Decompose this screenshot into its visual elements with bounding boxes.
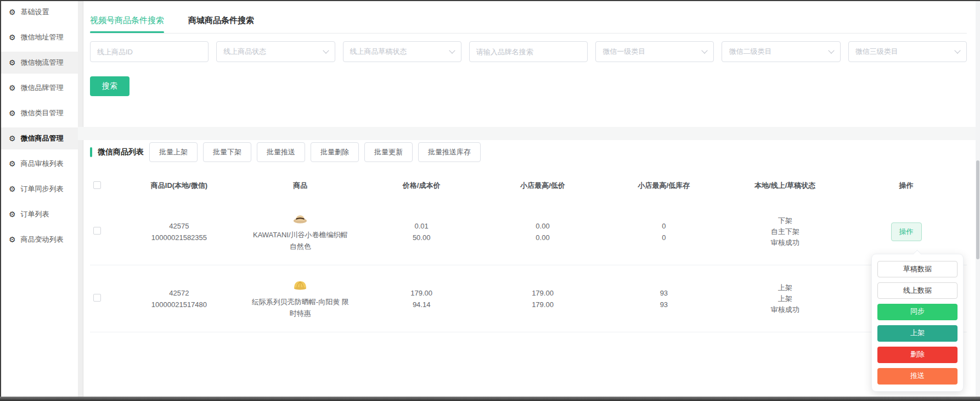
product-name-line2: 时特惠: [240, 308, 361, 319]
wechat-category2-select[interactable]: 微信二级类目: [722, 41, 840, 62]
sidebar-item-wechat-logistics[interactable]: ⚙ 微信物流管理: [1, 52, 78, 74]
sidebar-item-product-review-list[interactable]: ⚙ 商品审核列表: [1, 153, 78, 175]
cell-shop-high-low-stock: 0 0: [603, 220, 724, 243]
sidebar-item-label: 订单列表: [21, 209, 49, 219]
online-product-id-input[interactable]: [90, 41, 209, 62]
gear-icon: ⚙: [9, 185, 16, 193]
shop-high-price: 179.00: [482, 287, 604, 299]
row-checkbox[interactable]: [93, 294, 101, 302]
online-data-button[interactable]: 线上数据: [877, 282, 958, 299]
taskbar-edge: [0, 397, 980, 401]
sidebar-item-label: 微信类目管理: [21, 108, 64, 118]
sidebar-item-label: 微信物流管理: [21, 58, 64, 68]
sidebar-item-label: 商品变动列表: [21, 235, 64, 244]
shop-low-price: 0.00: [482, 232, 604, 243]
chevron-down-icon: [702, 47, 708, 53]
batch-push-stock-button[interactable]: 批量推送库存: [418, 142, 481, 162]
wechat-category3-select[interactable]: 微信三级类目: [848, 41, 967, 62]
action-menu-popup: 草稿数据 线上数据 同步 上架 删除 推送: [871, 254, 964, 392]
product-table: 商品ID(本地/微信) 商品 价格/成本价 小店最高/低价 小店最高/低库存 本…: [90, 173, 967, 332]
sidebar-item-label: 订单同步列表: [21, 184, 64, 194]
cell-shop-high-low-stock: 93 93: [603, 287, 724, 310]
vertical-scrollbar-thumb[interactable]: [976, 160, 979, 259]
price: 0.01: [361, 220, 482, 232]
sync-button[interactable]: 同步: [877, 304, 958, 320]
product-image: [292, 279, 308, 291]
online-product-status-select[interactable]: 线上商品状态: [216, 41, 335, 62]
product-image: [292, 211, 308, 225]
main-content: 视频号商品条件搜索 商城商品条件搜索 线上商品状态 线上商品草稿状态 微信一级类…: [83, 1, 976, 397]
filter-row: 线上商品状态 线上商品草稿状态 微信一级类目 微信二级类目 微信三级类目: [83, 34, 976, 62]
batch-onshelf-button[interactable]: 批量上架: [149, 142, 198, 162]
status-draft: 审核成功: [724, 304, 846, 315]
list-title: 微信商品列表: [98, 147, 144, 157]
cell-price-cost: 179.00 94.14: [361, 287, 482, 310]
wechat-category1-select[interactable]: 微信一级类目: [595, 41, 714, 62]
select-all-checkbox[interactable]: [93, 181, 101, 189]
sidebar-item-wechat-address[interactable]: ⚙ 微信地址管理: [1, 26, 78, 48]
product-name-line1: KAWATANI/川谷小卷檐编织帽: [240, 229, 361, 241]
sidebar-item-product-change-list[interactable]: ⚙ 商品变动列表: [1, 229, 78, 250]
window-top-edge: [0, 0, 980, 1]
price: 179.00: [361, 287, 482, 299]
tab-video-channel-product-search[interactable]: 视频号商品条件搜索: [90, 15, 164, 33]
chevron-down-icon: [954, 47, 960, 53]
chevron-down-icon: [828, 47, 834, 53]
cell-product-id: 42572 10000021517480: [119, 287, 240, 310]
status-draft: 审核成功: [724, 237, 846, 248]
sidebar-item-label: 基础设置: [21, 7, 49, 17]
batch-update-button[interactable]: 批量更新: [364, 142, 413, 162]
batch-delete-button[interactable]: 批量删除: [311, 142, 359, 162]
tab-mall-product-search[interactable]: 商城商品条件搜索: [188, 15, 254, 33]
status-local: 下架: [724, 215, 846, 226]
sidebar-item-label: 微信地址管理: [21, 32, 64, 42]
sidebar-item-wechat-category[interactable]: ⚙ 微信类目管理: [1, 102, 78, 124]
stock-high: 0: [603, 220, 724, 232]
batch-push-button[interactable]: 批量推送: [257, 142, 305, 162]
cell-shop-high-low-price: 179.00 179.00: [482, 287, 604, 310]
sidebar-item-wechat-product[interactable]: ⚙ 微信商品管理: [1, 127, 78, 149]
stock-high: 93: [603, 287, 724, 299]
batch-offshelf-button[interactable]: 批量下架: [203, 142, 251, 162]
sidebar-item-label: 商品审核列表: [21, 159, 64, 169]
shop-high-price: 0.00: [482, 220, 604, 232]
brand-search-input[interactable]: [469, 41, 588, 62]
column-header-shop-high-low-price: 小店最高/低价: [482, 181, 604, 191]
cell-price-cost: 0.01 50.00: [361, 220, 482, 243]
window-left-edge: [0, 0, 1, 401]
select-placeholder: 微信一级类目: [602, 47, 645, 57]
column-header-shop-high-low-stock: 小店最高/低库存: [603, 181, 724, 191]
gear-icon: ⚙: [9, 160, 16, 168]
gear-icon: ⚙: [9, 84, 16, 92]
gear-icon: ⚙: [9, 135, 16, 142]
select-placeholder: 微信三级类目: [855, 47, 898, 57]
select-placeholder: 线上商品草稿状态: [350, 47, 407, 57]
product-image-wrap: [240, 211, 361, 226]
delete-button[interactable]: 删除: [877, 347, 958, 363]
sidebar-item-label: 微信品牌管理: [21, 83, 64, 93]
search-button[interactable]: 搜索: [90, 76, 129, 96]
shop-low-price: 179.00: [482, 299, 604, 310]
cell-product: 纭际系列贝壳防晒帽-向阳黄 限 时特惠: [240, 279, 361, 319]
push-button[interactable]: 推送: [877, 368, 958, 385]
sidebar: ⚙ 基础设置 ⚙ 微信地址管理 ⚙ 微信物流管理 ⚙ 微信品牌管理 ⚙ 微信类目…: [1, 1, 78, 397]
cell-action: 操作: [846, 222, 967, 241]
row-checkbox-cell: [90, 227, 119, 236]
gear-icon: ⚙: [9, 109, 16, 117]
table-row: 42575 10000021582355 KAWATANI/川谷小卷檐编织帽 自…: [90, 198, 967, 265]
sidebar-item-order-list[interactable]: ⚙ 订单列表: [1, 203, 78, 225]
local-product-id: 42575: [119, 220, 240, 232]
action-button[interactable]: 操作: [891, 222, 922, 241]
draft-data-button[interactable]: 草稿数据: [877, 261, 958, 277]
row-checkbox[interactable]: [93, 227, 101, 235]
sidebar-item-wechat-brand[interactable]: ⚙ 微信品牌管理: [1, 77, 78, 99]
online-draft-status-select[interactable]: 线上商品草稿状态: [343, 41, 461, 62]
wechat-product-id: 10000021582355: [119, 232, 240, 243]
cell-product: KAWATANI/川谷小卷檐编织帽 自然色: [240, 211, 361, 252]
sidebar-item-order-sync-list[interactable]: ⚙ 订单同步列表: [1, 178, 78, 200]
sidebar-item-basic-settings[interactable]: ⚙ 基础设置: [1, 1, 78, 23]
column-header-status: 本地/线上/草稿状态: [724, 181, 846, 191]
wechat-product-id: 10000021517480: [119, 299, 240, 310]
header-checkbox-cell: [90, 181, 119, 191]
onshelf-button[interactable]: 上架: [877, 325, 958, 342]
